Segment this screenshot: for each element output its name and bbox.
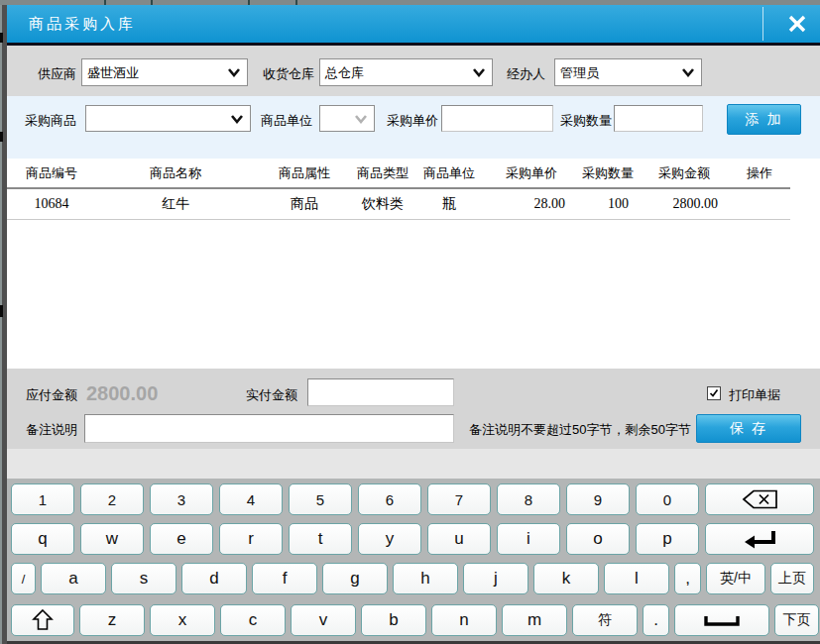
- spacer-strip: [7, 449, 820, 479]
- key-4[interactable]: 4: [219, 483, 283, 515]
- table-cell: 红牛: [96, 189, 255, 219]
- qty-input[interactable]: [614, 105, 703, 132]
- key-b[interactable]: b: [361, 604, 426, 636]
- key-u[interactable]: u: [427, 523, 491, 555]
- key-1[interactable]: 1: [11, 483, 74, 515]
- remark-input[interactable]: [84, 414, 454, 443]
- key-v[interactable]: v: [291, 604, 356, 636]
- handler-value: 管理员: [560, 64, 599, 82]
- handler-dropdown[interactable]: 管理员: [554, 58, 702, 86]
- key-d[interactable]: d: [181, 563, 247, 594]
- key-l[interactable]: l: [604, 563, 669, 594]
- supplier-dropdown[interactable]: 盛世酒业: [81, 58, 248, 86]
- column-header: 商品编号: [7, 159, 96, 187]
- key-2[interactable]: 2: [80, 483, 144, 515]
- page-up-key[interactable]: 上页: [770, 563, 814, 594]
- symbol-key[interactable]: 符: [572, 604, 638, 636]
- warehouse-label: 收货仓库: [263, 65, 314, 83]
- key-i[interactable]: i: [497, 523, 560, 555]
- supplier-value: 盛世酒业: [87, 64, 139, 82]
- key-5[interactable]: 5: [289, 483, 352, 515]
- key-z[interactable]: z: [79, 604, 145, 636]
- save-button[interactable]: 保 存: [696, 414, 801, 443]
- close-button[interactable]: [780, 11, 814, 37]
- shift-icon: [32, 608, 54, 632]
- space-icon: [702, 612, 742, 628]
- key-h[interactable]: h: [393, 563, 458, 594]
- key-a[interactable]: a: [41, 563, 106, 594]
- key-0[interactable]: 0: [636, 483, 699, 515]
- warehouse-dropdown[interactable]: 总仓库: [319, 58, 493, 86]
- key-6[interactable]: 6: [358, 483, 421, 515]
- key-8[interactable]: 8: [497, 483, 560, 515]
- period-key[interactable]: .: [643, 604, 669, 636]
- language-toggle-key[interactable]: 英/中: [706, 563, 765, 594]
- product-dropdown[interactable]: [85, 105, 251, 132]
- keyboard-row-2: qwertyuiop: [11, 523, 814, 555]
- chevron-down-icon: [681, 67, 695, 77]
- key-f[interactable]: f: [252, 563, 317, 594]
- key-q[interactable]: q: [11, 523, 74, 555]
- backspace-key[interactable]: [705, 483, 814, 515]
- shift-key[interactable]: [11, 604, 74, 636]
- key-s[interactable]: s: [111, 563, 176, 594]
- column-header: 采购金额: [640, 159, 729, 187]
- key-o[interactable]: o: [566, 523, 630, 555]
- paid-input[interactable]: [307, 378, 454, 406]
- header-form-row: 供应商 盛世酒业 收货仓库 总仓库 经办人 管理员: [7, 46, 820, 97]
- key-7[interactable]: 7: [427, 483, 491, 515]
- chevron-down-icon: [472, 67, 486, 77]
- unit-label: 商品单位: [261, 112, 312, 130]
- payment-section: 应付金额 2800.00 实付金额 打印单据 备注说明 备注说明不要超过50字节…: [7, 369, 820, 449]
- add-button[interactable]: 添 加: [727, 104, 801, 135]
- payable-label: 应付金额: [26, 386, 77, 404]
- key-w[interactable]: w: [80, 523, 144, 555]
- enter-icon: [741, 527, 778, 551]
- key-n[interactable]: n: [431, 604, 497, 636]
- background-left-strip: [0, 5, 7, 644]
- backspace-icon: [737, 486, 782, 512]
- enter-key[interactable]: [705, 523, 814, 555]
- unit-dropdown[interactable]: [319, 105, 375, 132]
- table-cell: 28.00: [487, 189, 576, 219]
- print-label: 打印单据: [729, 386, 780, 404]
- table-cell: 饮料类: [354, 189, 411, 219]
- column-header: 商品属性: [255, 159, 354, 187]
- key-t[interactable]: t: [289, 523, 352, 555]
- page-down-key[interactable]: 下页: [774, 604, 819, 636]
- key-x[interactable]: x: [150, 604, 215, 636]
- chevron-down-icon: [354, 114, 368, 124]
- price-input[interactable]: [441, 105, 553, 132]
- onscreen-keyboard: 1234567890 qwertyuiop /asdfghjkl,英/中上页 z…: [7, 479, 820, 641]
- supplier-label: 供应商: [38, 65, 76, 83]
- check-icon: [709, 388, 719, 398]
- remark-hint: 备注说明不要超过50字节，剩余50字节: [469, 421, 691, 439]
- print-checkbox[interactable]: [707, 386, 721, 400]
- dialog-titlebar: 商品采购入库: [7, 5, 820, 43]
- table-cell: [729, 189, 790, 219]
- key-3[interactable]: 3: [150, 483, 213, 515]
- comma-key[interactable]: ,: [674, 563, 701, 594]
- space-key[interactable]: [674, 604, 769, 636]
- payable-value: 2800.00: [86, 382, 158, 405]
- key-j[interactable]: j: [463, 563, 528, 594]
- titlebar-separator: [762, 7, 763, 41]
- product-label: 采购商品: [25, 112, 76, 130]
- table-cell: 2800.00: [640, 189, 729, 219]
- key-g[interactable]: g: [322, 563, 388, 594]
- column-header: 操作: [729, 159, 790, 187]
- key-e[interactable]: e: [150, 523, 213, 555]
- column-header: 采购数量: [576, 159, 640, 187]
- key-m[interactable]: m: [502, 604, 567, 636]
- table-header-row: 商品编号商品名称商品属性商品类型商品单位采购单价采购数量采购金额操作: [7, 159, 790, 187]
- key-y[interactable]: y: [358, 523, 421, 555]
- dialog-title: 商品采购入库: [29, 15, 136, 34]
- key-c[interactable]: c: [220, 604, 286, 636]
- key-k[interactable]: k: [533, 563, 599, 594]
- table-row[interactable]: 10684红牛商品饮料类瓶28.001002800.00: [7, 189, 790, 219]
- slash-key[interactable]: /: [11, 563, 36, 594]
- key-r[interactable]: r: [219, 523, 283, 555]
- paid-label: 实付金额: [246, 386, 297, 404]
- key-9[interactable]: 9: [566, 483, 630, 515]
- key-p[interactable]: p: [636, 523, 699, 555]
